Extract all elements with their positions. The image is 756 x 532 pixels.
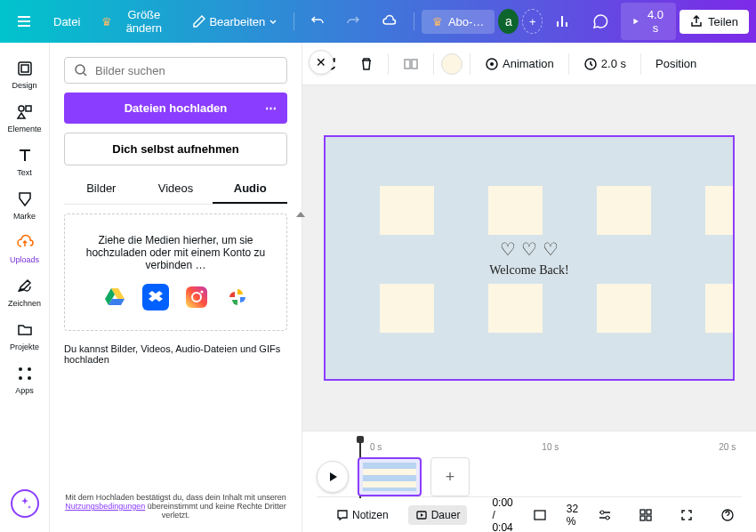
menu-hamburger[interactable]	[7, 8, 41, 35]
text-icon	[15, 146, 35, 165]
tab-images[interactable]: Bilder	[64, 174, 139, 204]
svg-point-19	[600, 511, 604, 514]
undo-button[interactable]	[302, 9, 334, 34]
sidebar-item-draw[interactable]: Zeichnen	[4, 271, 46, 313]
upload-dropzone[interactable]: Ziehe die Medien hierher, um sie hochzul…	[64, 214, 287, 331]
svg-rect-12	[405, 60, 410, 69]
svg-point-4	[19, 367, 22, 371]
cloud-sync-icon[interactable]	[373, 8, 406, 35]
timeline[interactable]: 0 s 10 s 20 s + Notizen Dauer 0:00 / 0:0…	[302, 431, 756, 532]
add-member-button[interactable]: +	[522, 9, 543, 34]
record-yourself-button[interactable]: Dich selbst aufnehmen	[64, 133, 287, 165]
fullscreen-icon[interactable]	[672, 504, 701, 526]
terms-link[interactable]: Nutzungsbedingungen	[65, 502, 145, 511]
share-button[interactable]: Teilen	[680, 10, 749, 34]
sidebar-item-brand[interactable]: Marke	[4, 184, 46, 226]
magic-button[interactable]	[11, 489, 39, 518]
divider	[433, 53, 434, 75]
svg-rect-3	[26, 106, 31, 111]
pro-label: Abo-…	[448, 15, 484, 28]
draw-icon	[15, 277, 35, 296]
sidebar-label: Projekte	[10, 343, 39, 351]
close-panel-button[interactable]: ✕	[309, 50, 334, 75]
insights-icon[interactable]	[546, 8, 580, 35]
animation-label: Animation	[503, 57, 554, 70]
add-page-button[interactable]: +	[430, 457, 470, 496]
google-photos-icon[interactable]	[224, 284, 251, 310]
welcome-text[interactable]: Welcome Back!	[489, 263, 568, 278]
duration-label: 4.0 s	[646, 8, 665, 35]
tab-audio[interactable]: Audio	[213, 174, 287, 204]
divider	[640, 53, 641, 75]
timeline-clip[interactable]	[358, 457, 422, 496]
google-drive-icon[interactable]	[101, 284, 128, 310]
view-mode-icon[interactable]	[526, 504, 554, 526]
help-icon[interactable]	[713, 504, 742, 526]
background-color-swatch[interactable]	[441, 53, 462, 75]
layout-icon[interactable]	[396, 52, 426, 76]
upload-files-button[interactable]: Dateien hochladen⋯	[64, 93, 287, 124]
design-canvas[interactable]: ♡ ♡ ♡ Welcome Back!	[324, 135, 735, 381]
dropzone-text: Ziehe die Medien hierher, um sie hochzul…	[74, 234, 277, 271]
tab-videos[interactable]: Videos	[139, 174, 213, 204]
zoom-slider-icon[interactable]	[591, 504, 619, 526]
file-menu[interactable]: Datei	[44, 10, 89, 34]
divider	[470, 53, 470, 75]
resize-button[interactable]: ♛Größe ändern	[92, 3, 181, 40]
ruler-mark: 20 s	[719, 442, 736, 452]
svg-rect-18	[535, 511, 545, 520]
brand-icon	[15, 189, 35, 209]
animation-button[interactable]: Animation	[478, 53, 561, 75]
sidebar-item-projects[interactable]: Projekte	[4, 315, 46, 357]
dropbox-icon[interactable]	[142, 284, 169, 310]
grid-view-icon[interactable]	[631, 504, 660, 526]
duration-view-label: Dauer	[431, 509, 461, 521]
folder-icon	[15, 320, 35, 340]
resize-label: Größe ändern	[116, 8, 172, 35]
svg-point-6	[19, 376, 22, 380]
delete-icon[interactable]	[352, 53, 381, 75]
svg-point-2	[19, 106, 24, 111]
sidebar-item-text[interactable]: Text	[4, 141, 46, 182]
svg-point-11	[200, 291, 203, 294]
page-duration-button[interactable]: 2.0 s	[576, 53, 633, 75]
duration-view-button[interactable]: Dauer	[408, 505, 468, 525]
redo-button[interactable]	[337, 9, 369, 34]
divider	[388, 53, 389, 75]
sidebar-item-uploads[interactable]: Uploads	[4, 228, 46, 270]
instagram-icon[interactable]	[183, 284, 210, 310]
svg-rect-23	[640, 516, 645, 520]
ruler-mark: 10 s	[542, 442, 559, 452]
design-icon	[15, 59, 35, 78]
pro-button[interactable]: ♛Abo-…	[422, 10, 495, 34]
apps-icon	[15, 364, 35, 383]
edit-menu[interactable]: Bearbeiten	[184, 10, 286, 34]
zoom-level[interactable]: 32 %	[567, 503, 578, 528]
comment-icon[interactable]	[583, 8, 617, 35]
svg-rect-1	[21, 65, 28, 72]
notes-button[interactable]: Notizen	[329, 505, 396, 525]
elements-icon	[15, 102, 35, 122]
sidebar-label: Uploads	[10, 255, 39, 264]
sidebar-label: Zeichnen	[8, 299, 41, 308]
sidebar-label: Design	[12, 81, 36, 90]
svg-point-15	[490, 62, 494, 66]
svg-rect-9	[186, 286, 207, 308]
svg-point-20	[606, 516, 609, 520]
sidebar-item-apps[interactable]: Apps	[4, 359, 46, 400]
divider	[294, 12, 294, 30]
sidebar-item-design[interactable]: Design	[4, 53, 46, 95]
hearts-graphic: ♡ ♡ ♡	[500, 238, 558, 260]
sidebar-item-elements[interactable]: Elemente	[4, 97, 46, 139]
preview-button[interactable]: 4.0 s	[621, 3, 676, 40]
svg-point-7	[28, 376, 31, 380]
search-input[interactable]	[95, 64, 277, 77]
avatar[interactable]: a	[498, 9, 519, 34]
sidebar-label: Text	[17, 168, 32, 177]
svg-rect-0	[19, 62, 31, 75]
upload-label: Dateien hochladen	[125, 101, 228, 115]
play-button[interactable]	[317, 461, 349, 493]
duration-label: 2.0 s	[601, 57, 626, 70]
position-button[interactable]: Position	[648, 53, 704, 74]
search-box[interactable]	[64, 57, 287, 84]
